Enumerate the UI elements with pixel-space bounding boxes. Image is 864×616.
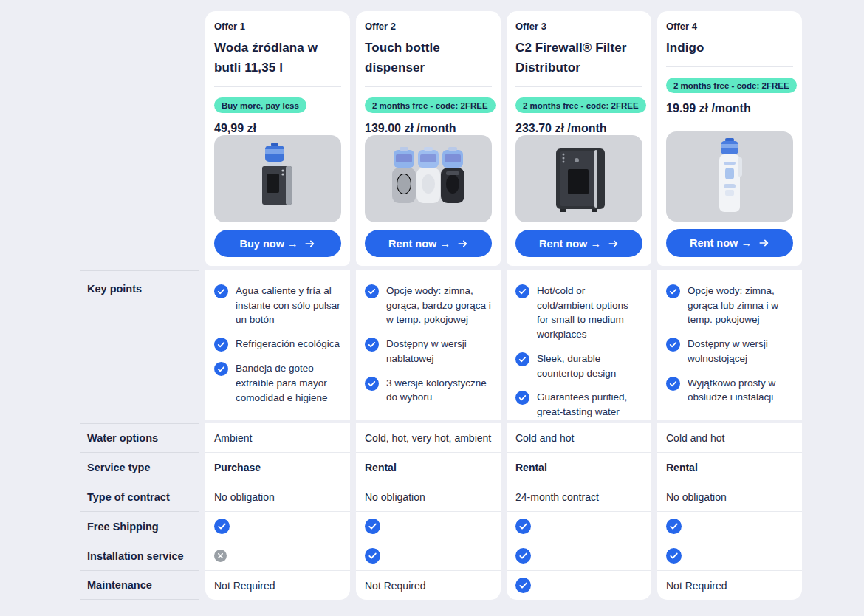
label-type-of-contract: Type of contract: [80, 482, 199, 511]
arrow-right-icon: [304, 239, 315, 249]
rent-now-button[interactable]: Rent now →: [515, 230, 642, 257]
check-circle-icon: [666, 284, 680, 298]
key-point-text: Sleek, durable countertop design: [537, 352, 642, 380]
water-options-cell: Cold, hot, very hot, ambient: [356, 423, 501, 452]
promo-badge: Buy more, pay less: [214, 97, 306, 113]
check-circle-icon: [214, 362, 228, 376]
label-key-points: Key points: [80, 270, 199, 423]
offer-number: Offer 1: [214, 21, 341, 32]
water-options-cell: Cold and hot: [657, 423, 802, 452]
offer-price: 19.99 zł /month: [666, 102, 793, 115]
offer-card-2: Offer 2 Touch bottle dispenser 2 months …: [356, 11, 501, 266]
contract-cell: No obligation: [205, 482, 350, 511]
service-type-cell: Rental: [356, 452, 501, 482]
offer-column-3: Offer 3 C2 Firewall® Filter Distributor …: [507, 11, 651, 600]
key-point: Opcje wody: zimna, gorąca, bardzo gorąca…: [365, 284, 492, 327]
service-type-cell: Purchase: [205, 452, 350, 482]
water-options-cell: Cold and hot: [507, 423, 651, 452]
check-circle-icon: [515, 284, 529, 298]
label-water-options: Water options: [80, 423, 199, 452]
check-circle-icon: [365, 548, 380, 564]
offer-title: Indigo: [666, 38, 793, 58]
offer-column-1: Offer 1 Woda źródlana w butli 11,35 l Bu…: [205, 11, 350, 600]
offer-title: C2 Firewall® Filter Distributor: [515, 38, 642, 78]
check-circle-icon: [365, 338, 379, 352]
free-shipping-cell: [205, 511, 350, 541]
check-circle-icon: [666, 519, 682, 534]
check-circle-icon: [365, 284, 379, 298]
check-circle-icon: [214, 284, 228, 298]
label-free-shipping: Free Shipping: [80, 511, 199, 541]
promo-badge: 2 months free - code: 2FREE: [365, 97, 496, 113]
key-point-text: Opcje wody: zimna, gorąca, bardzo gorąca…: [386, 284, 492, 327]
buy-now-label: Buy now →: [240, 238, 298, 250]
offer-title: Woda źródlana w butli 11,35 l: [214, 38, 341, 78]
service-type-cell: Rental: [657, 452, 802, 482]
check-circle-icon: [515, 548, 531, 564]
key-point-text: Opcje wody: zimna, gorąca lub zimna i w …: [688, 284, 793, 327]
key-point: 3 wersje kolorystyczne do wyboru: [365, 376, 492, 405]
offer-number: Offer 2: [365, 21, 492, 32]
product-image-indigo-dispenser: [666, 131, 793, 222]
buy-now-button[interactable]: Buy now →: [214, 230, 341, 257]
check-circle-icon: [666, 548, 682, 564]
key-point-text: Dostępny w wersji nablatowej: [386, 337, 492, 366]
offer-column-2: Offer 2 Touch bottle dispenser 2 months …: [356, 11, 501, 600]
key-point: Sleek, durable countertop design: [515, 352, 642, 380]
free-shipping-cell: [356, 511, 501, 541]
title-divider: [365, 86, 492, 87]
offer-title: Touch bottle dispenser: [365, 38, 492, 78]
rent-now-button[interactable]: Rent now →: [666, 229, 793, 257]
check-circle-icon: [365, 377, 379, 391]
key-points-cell: Hot/cold or cold/ambient options for sma…: [507, 270, 651, 420]
check-circle-icon: [666, 338, 680, 352]
promo-badge: 2 months free - code: 2FREE: [666, 78, 797, 93]
rent-now-button[interactable]: Rent now →: [365, 230, 492, 257]
key-point-text: 3 wersje kolorystyczne do wyboru: [386, 376, 492, 405]
rent-now-label: Rent now →: [690, 237, 752, 249]
maintenance-cell: Not Required: [356, 570, 501, 600]
key-point-text: Wyjątkowo prosty w obsłudze i instalacji: [688, 376, 793, 405]
offer-number: Offer 3: [515, 21, 642, 32]
offer-card-3: Offer 3 C2 Firewall® Filter Distributor …: [507, 11, 651, 266]
free-shipping-cell: [507, 511, 651, 541]
key-point-text: Bandeja de goteo extraíble para mayor co…: [236, 361, 341, 405]
label-installation-service: Installation service: [80, 541, 199, 570]
arrow-right-icon: [608, 239, 619, 249]
dispenser-illustration-icon: [689, 135, 770, 218]
check-circle-icon: [365, 519, 380, 534]
check-circle-icon: [515, 578, 531, 593]
key-point-text: Guarantees purified, great-tasting water: [537, 390, 642, 419]
labels-spacer: [80, 11, 199, 270]
key-point: Refrigeración ecológica: [214, 337, 341, 352]
maintenance-cell: [507, 570, 651, 600]
key-point: Opcje wody: zimna, gorąca lub zimna i w …: [666, 284, 793, 327]
product-image-black-filter-distributor: [515, 135, 642, 222]
key-point: Dostępny w wersji nablatowej: [365, 337, 492, 366]
maintenance-cell: Not Required: [205, 570, 350, 600]
title-divider: [515, 86, 642, 87]
key-point: Bandeja de goteo extraíble para mayor co…: [214, 361, 341, 405]
offer-price: 49,99 zł: [214, 122, 341, 135]
installation-service-cell: [356, 541, 501, 570]
arrow-right-icon: [457, 239, 468, 249]
product-image-touch-bottle-dispensers: [365, 135, 492, 222]
title-divider: [666, 66, 793, 67]
offer-price: 233.70 zł /month: [515, 122, 642, 135]
row-labels-column: Key points Water options Service type Ty…: [80, 11, 199, 600]
installation-service-cell: [507, 541, 651, 570]
arrow-right-icon: [758, 238, 769, 248]
key-points-cell: Agua caliente y fría al instante con sól…: [205, 270, 350, 420]
comparison-table: Key points Water options Service type Ty…: [0, 0, 864, 600]
label-maintenance: Maintenance: [80, 570, 199, 600]
product-image-countertop-dispenser: [214, 135, 341, 222]
maintenance-cell: Not Required: [657, 570, 802, 600]
key-point: Agua caliente y fría al instante con sól…: [214, 284, 341, 327]
key-points-cell: Opcje wody: zimna, gorąca, bardzo gorąca…: [356, 270, 501, 420]
offer-card-4: Offer 4 Indigo 2 months free - code: 2FR…: [657, 11, 802, 266]
key-point: Dostępny w wersji wolnostojącej: [666, 337, 793, 366]
rent-now-label: Rent now →: [539, 238, 601, 250]
check-circle-icon: [515, 352, 529, 366]
rent-now-label: Rent now →: [388, 238, 450, 250]
promo-badge: 2 months free - code: 2FREE: [515, 97, 646, 113]
